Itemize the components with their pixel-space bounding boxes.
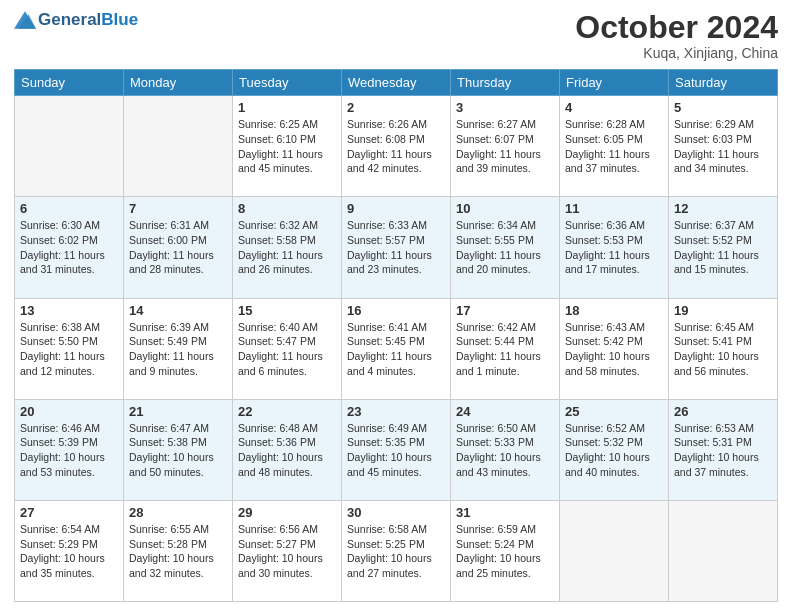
day-number: 4 bbox=[565, 100, 663, 115]
calendar-day-cell: 24Sunrise: 6:50 AMSunset: 5:33 PMDayligh… bbox=[451, 399, 560, 500]
day-info: Sunrise: 6:36 AMSunset: 5:53 PMDaylight:… bbox=[565, 218, 663, 277]
sunrise-text: Sunrise: 6:58 AM bbox=[347, 522, 445, 537]
daylight-text: Daylight: 10 hours and 58 minutes. bbox=[565, 349, 663, 378]
logo-text: GeneralBlue bbox=[14, 10, 138, 30]
day-number: 21 bbox=[129, 404, 227, 419]
daylight-text: Daylight: 10 hours and 56 minutes. bbox=[674, 349, 772, 378]
sunset-text: Sunset: 5:49 PM bbox=[129, 334, 227, 349]
day-info: Sunrise: 6:56 AMSunset: 5:27 PMDaylight:… bbox=[238, 522, 336, 581]
sunrise-text: Sunrise: 6:55 AM bbox=[129, 522, 227, 537]
day-info: Sunrise: 6:33 AMSunset: 5:57 PMDaylight:… bbox=[347, 218, 445, 277]
day-number: 27 bbox=[20, 505, 118, 520]
day-number: 8 bbox=[238, 201, 336, 216]
day-info: Sunrise: 6:49 AMSunset: 5:35 PMDaylight:… bbox=[347, 421, 445, 480]
daylight-text: Daylight: 11 hours and 20 minutes. bbox=[456, 248, 554, 277]
calendar-week-row: 20Sunrise: 6:46 AMSunset: 5:39 PMDayligh… bbox=[15, 399, 778, 500]
logo-icon bbox=[14, 11, 36, 29]
calendar-day-cell: 2Sunrise: 6:26 AMSunset: 6:08 PMDaylight… bbox=[342, 96, 451, 197]
day-number: 16 bbox=[347, 303, 445, 318]
sunrise-text: Sunrise: 6:33 AM bbox=[347, 218, 445, 233]
sunset-text: Sunset: 5:57 PM bbox=[347, 233, 445, 248]
sunrise-text: Sunrise: 6:29 AM bbox=[674, 117, 772, 132]
sunrise-text: Sunrise: 6:49 AM bbox=[347, 421, 445, 436]
day-info: Sunrise: 6:37 AMSunset: 5:52 PMDaylight:… bbox=[674, 218, 772, 277]
day-info: Sunrise: 6:29 AMSunset: 6:03 PMDaylight:… bbox=[674, 117, 772, 176]
sunrise-text: Sunrise: 6:38 AM bbox=[20, 320, 118, 335]
sunset-text: Sunset: 6:00 PM bbox=[129, 233, 227, 248]
sunset-text: Sunset: 6:10 PM bbox=[238, 132, 336, 147]
calendar-week-row: 27Sunrise: 6:54 AMSunset: 5:29 PMDayligh… bbox=[15, 500, 778, 601]
daylight-text: Daylight: 10 hours and 30 minutes. bbox=[238, 551, 336, 580]
calendar-day-cell: 4Sunrise: 6:28 AMSunset: 6:05 PMDaylight… bbox=[560, 96, 669, 197]
sunrise-text: Sunrise: 6:36 AM bbox=[565, 218, 663, 233]
daylight-text: Daylight: 11 hours and 17 minutes. bbox=[565, 248, 663, 277]
daylight-text: Daylight: 11 hours and 45 minutes. bbox=[238, 147, 336, 176]
header-right: October 2024 Kuqa, Xinjiang, China bbox=[575, 10, 778, 61]
daylight-text: Daylight: 11 hours and 12 minutes. bbox=[20, 349, 118, 378]
sunrise-text: Sunrise: 6:59 AM bbox=[456, 522, 554, 537]
day-number: 20 bbox=[20, 404, 118, 419]
day-number: 11 bbox=[565, 201, 663, 216]
daylight-text: Daylight: 11 hours and 4 minutes. bbox=[347, 349, 445, 378]
day-info: Sunrise: 6:27 AMSunset: 6:07 PMDaylight:… bbox=[456, 117, 554, 176]
day-info: Sunrise: 6:47 AMSunset: 5:38 PMDaylight:… bbox=[129, 421, 227, 480]
day-number: 30 bbox=[347, 505, 445, 520]
day-info: Sunrise: 6:38 AMSunset: 5:50 PMDaylight:… bbox=[20, 320, 118, 379]
logo-general: General bbox=[38, 10, 101, 30]
sunrise-text: Sunrise: 6:26 AM bbox=[347, 117, 445, 132]
day-info: Sunrise: 6:54 AMSunset: 5:29 PMDaylight:… bbox=[20, 522, 118, 581]
calendar-day-cell: 29Sunrise: 6:56 AMSunset: 5:27 PMDayligh… bbox=[233, 500, 342, 601]
calendar-day-cell: 27Sunrise: 6:54 AMSunset: 5:29 PMDayligh… bbox=[15, 500, 124, 601]
daylight-text: Daylight: 11 hours and 23 minutes. bbox=[347, 248, 445, 277]
daylight-text: Daylight: 11 hours and 6 minutes. bbox=[238, 349, 336, 378]
sunrise-text: Sunrise: 6:30 AM bbox=[20, 218, 118, 233]
day-number: 6 bbox=[20, 201, 118, 216]
sunset-text: Sunset: 5:27 PM bbox=[238, 537, 336, 552]
sunrise-text: Sunrise: 6:40 AM bbox=[238, 320, 336, 335]
daylight-text: Daylight: 10 hours and 32 minutes. bbox=[129, 551, 227, 580]
calendar-header-row: SundayMondayTuesdayWednesdayThursdayFrid… bbox=[15, 70, 778, 96]
sunrise-text: Sunrise: 6:39 AM bbox=[129, 320, 227, 335]
calendar-day-cell: 11Sunrise: 6:36 AMSunset: 5:53 PMDayligh… bbox=[560, 197, 669, 298]
daylight-text: Daylight: 11 hours and 15 minutes. bbox=[674, 248, 772, 277]
calendar-day-cell: 23Sunrise: 6:49 AMSunset: 5:35 PMDayligh… bbox=[342, 399, 451, 500]
sunset-text: Sunset: 5:33 PM bbox=[456, 435, 554, 450]
sunrise-text: Sunrise: 6:50 AM bbox=[456, 421, 554, 436]
day-info: Sunrise: 6:31 AMSunset: 6:00 PMDaylight:… bbox=[129, 218, 227, 277]
daylight-text: Daylight: 10 hours and 50 minutes. bbox=[129, 450, 227, 479]
location: Kuqa, Xinjiang, China bbox=[575, 45, 778, 61]
day-of-week-header: Friday bbox=[560, 70, 669, 96]
calendar-day-cell: 25Sunrise: 6:52 AMSunset: 5:32 PMDayligh… bbox=[560, 399, 669, 500]
calendar-day-cell: 18Sunrise: 6:43 AMSunset: 5:42 PMDayligh… bbox=[560, 298, 669, 399]
day-of-week-header: Wednesday bbox=[342, 70, 451, 96]
daylight-text: Daylight: 11 hours and 34 minutes. bbox=[674, 147, 772, 176]
calendar-day-cell bbox=[560, 500, 669, 601]
day-info: Sunrise: 6:50 AMSunset: 5:33 PMDaylight:… bbox=[456, 421, 554, 480]
day-number: 14 bbox=[129, 303, 227, 318]
calendar-week-row: 13Sunrise: 6:38 AMSunset: 5:50 PMDayligh… bbox=[15, 298, 778, 399]
day-number: 10 bbox=[456, 201, 554, 216]
daylight-text: Daylight: 10 hours and 53 minutes. bbox=[20, 450, 118, 479]
calendar-day-cell: 7Sunrise: 6:31 AMSunset: 6:00 PMDaylight… bbox=[124, 197, 233, 298]
sunrise-text: Sunrise: 6:27 AM bbox=[456, 117, 554, 132]
daylight-text: Daylight: 11 hours and 1 minute. bbox=[456, 349, 554, 378]
day-number: 22 bbox=[238, 404, 336, 419]
day-number: 23 bbox=[347, 404, 445, 419]
logo: GeneralBlue bbox=[14, 10, 138, 30]
page: GeneralBlue October 2024 Kuqa, Xinjiang,… bbox=[0, 0, 792, 612]
daylight-text: Daylight: 11 hours and 9 minutes. bbox=[129, 349, 227, 378]
calendar-day-cell: 26Sunrise: 6:53 AMSunset: 5:31 PMDayligh… bbox=[669, 399, 778, 500]
day-info: Sunrise: 6:48 AMSunset: 5:36 PMDaylight:… bbox=[238, 421, 336, 480]
day-number: 28 bbox=[129, 505, 227, 520]
daylight-text: Daylight: 10 hours and 37 minutes. bbox=[674, 450, 772, 479]
sunrise-text: Sunrise: 6:41 AM bbox=[347, 320, 445, 335]
day-number: 19 bbox=[674, 303, 772, 318]
sunrise-text: Sunrise: 6:28 AM bbox=[565, 117, 663, 132]
day-info: Sunrise: 6:46 AMSunset: 5:39 PMDaylight:… bbox=[20, 421, 118, 480]
day-info: Sunrise: 6:30 AMSunset: 6:02 PMDaylight:… bbox=[20, 218, 118, 277]
sunrise-text: Sunrise: 6:43 AM bbox=[565, 320, 663, 335]
sunset-text: Sunset: 6:03 PM bbox=[674, 132, 772, 147]
calendar-week-row: 6Sunrise: 6:30 AMSunset: 6:02 PMDaylight… bbox=[15, 197, 778, 298]
daylight-text: Daylight: 11 hours and 42 minutes. bbox=[347, 147, 445, 176]
sunset-text: Sunset: 5:52 PM bbox=[674, 233, 772, 248]
